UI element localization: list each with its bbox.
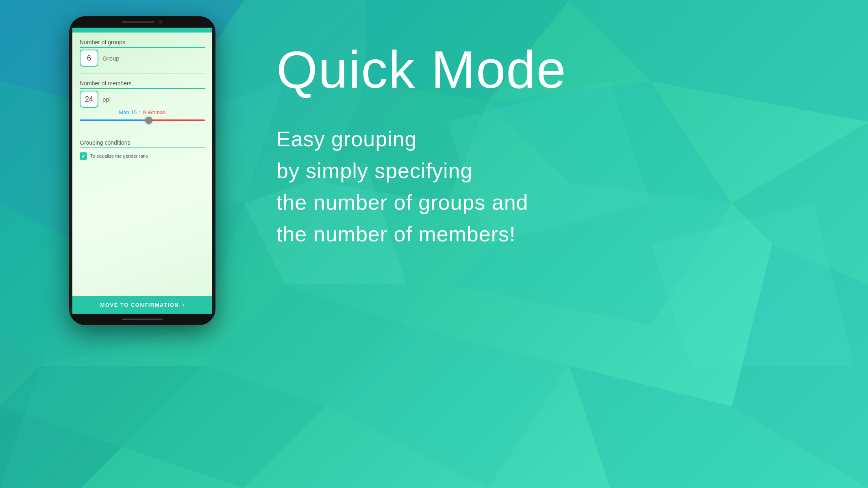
svg-marker-3 [0,325,41,488]
groups-label: Number of groups [80,39,205,48]
members-label: Number of members [80,80,205,89]
woman-label: Woman [148,109,166,115]
checkmark-icon: ✓ [81,154,86,159]
desc-line2: by simply specifying [276,159,472,182]
screen-content: Number of groups 6 Group Number of membe… [72,33,212,296]
phone-camera [159,20,163,24]
svg-marker-14 [732,244,868,488]
conditions-section: Grouping conditions ✓ To equalize the ge… [80,139,205,160]
phone-device: Number of groups 6 Group Number of membe… [69,16,215,325]
gender-checkbox-label: To equalize the gender ratio [90,154,148,158]
slider-thumb[interactable] [145,117,152,124]
divider-1 [80,73,205,74]
members-unit: ppl [102,96,111,103]
man-label: Man [119,109,129,115]
members-number-box[interactable]: 24 [80,91,98,108]
confirm-button-label: MOVE TO CONFIRMATION [100,302,179,308]
phone-speaker [122,21,154,23]
gender-checkbox-row[interactable]: ✓ To equalize the gender ratio [80,152,205,160]
phone-screen: Number of groups 6 Group Number of membe… [72,28,212,314]
svg-marker-15 [569,366,868,488]
confirm-chevron-icon: › [182,301,184,308]
svg-marker-19 [0,366,203,447]
slider-track-blue [80,119,148,121]
phone-bottom-bar [69,314,215,325]
gender-checkbox[interactable]: ✓ [80,152,87,160]
svg-marker-20 [0,406,122,488]
conditions-label: Grouping conditions [80,139,205,148]
groups-value: 6 [87,54,91,63]
phone-home-indicator [122,319,163,320]
desc-line1: Easy grouping [276,127,417,151]
slider-track-red [148,119,205,121]
app-header-bar [72,28,212,33]
svg-marker-16 [325,325,569,488]
desc-line3: the number of groups and [276,191,529,214]
svg-marker-18 [122,366,325,488]
woman-count: 9 [143,109,146,115]
page-title: Quick Mode [276,41,838,99]
right-panel: Quick Mode Easy grouping by simply speci… [276,41,838,250]
groups-section: Number of groups 6 Group [80,39,205,67]
description: Easy grouping by simply specifying the n… [276,123,838,250]
divider-2 [80,131,205,131]
members-section: Number of members 24 ppl Man 15 : 9 Woma… [80,80,205,124]
confirm-button[interactable]: MOVE TO CONFIRMATION › [72,296,212,314]
phone-body: Number of groups 6 Group Number of membe… [69,16,215,325]
members-input-row[interactable]: 24 ppl [80,91,205,108]
phone-top-bar [69,16,215,28]
gender-slider[interactable] [80,116,205,124]
groups-unit: Group [102,55,120,62]
man-count: 15 [131,109,137,115]
gender-ratio-display: Man 15 : 9 Woman [80,109,205,115]
groups-number-box[interactable]: 6 [80,50,98,67]
members-value: 24 [85,95,93,104]
desc-line4: the number of members! [276,222,516,246]
ratio-separator: : [139,109,141,115]
groups-input-row[interactable]: 6 Group [80,50,205,67]
svg-marker-17 [203,284,407,406]
